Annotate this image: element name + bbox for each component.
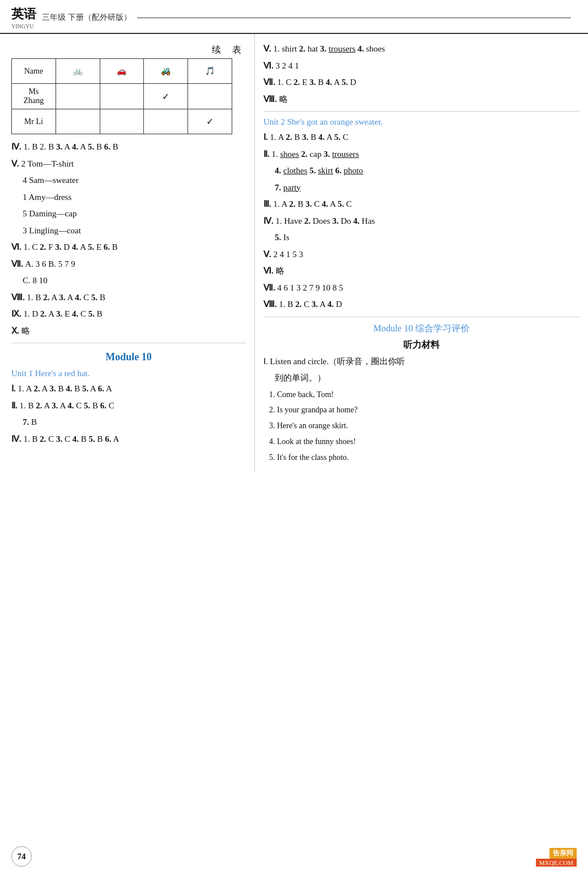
col-name: Name bbox=[12, 59, 56, 84]
roman-vi: Ⅵ. bbox=[11, 242, 24, 251]
cell-car-2 bbox=[100, 109, 144, 134]
answer-table: Name 🚲 🚗 🚜 🎵 bbox=[11, 58, 232, 134]
unit1-i-text: 1. A 2. A 3. B 4. B 5. A 6. A bbox=[18, 384, 112, 393]
listen-item-2-text: 2. Is your grandpa at home? bbox=[269, 406, 357, 414]
answer-v-4-text: 5 Daming—cap bbox=[23, 209, 76, 218]
roman-vii: Ⅶ. bbox=[11, 259, 25, 268]
cell-name-2: Mr Li bbox=[12, 109, 56, 134]
unit2-i: Ⅰ. 1. A 2. B 3. B 4. A 5. C bbox=[263, 130, 580, 145]
right-vii-text: 1. C 2. E 3. B 4. A 5. D bbox=[278, 78, 356, 87]
cell-tractor-2 bbox=[144, 109, 188, 134]
answer-iv-text: 1. B 2. B 3. A 4. A 5. B 6. B bbox=[24, 142, 118, 151]
answer-vii-text: A. 3 6 B. 5 7 9 bbox=[25, 259, 75, 268]
table-header-row: Name 🚲 🚗 🚜 🎵 bbox=[12, 59, 232, 84]
unit1-ii-text: 1. B 2. A 3. A 4. C 5. B 6. C bbox=[20, 401, 114, 410]
unit2-iii: Ⅲ. 1. A 2. B 3. C 4. A 5. C bbox=[263, 197, 580, 212]
roman-v-u2: Ⅴ. bbox=[263, 250, 274, 259]
cell-tractor-1: ✓ bbox=[144, 84, 188, 109]
answer-viii-text: 1. B 2. A 3. A 4. C 5. B bbox=[27, 293, 105, 302]
answer-v-text: 2 Tom—T-shirt bbox=[22, 159, 74, 168]
unit2-ii-2: 4. clothes 5. skirt 6. photo bbox=[275, 164, 580, 178]
answer-v-3-text: 1 Amy—dress bbox=[23, 193, 71, 202]
xu-biao-label: 续 表 bbox=[11, 44, 246, 56]
answer-v-3: 1 Amy—dress bbox=[23, 190, 246, 205]
unit2-iv-2: 5. Is bbox=[275, 231, 580, 245]
answer-v: Ⅴ. 2 Tom—T-shirt bbox=[11, 157, 246, 172]
unit1-ii-2-text: 7. B bbox=[23, 417, 37, 427]
page-header: 英语 YINGYU 三年级 下册（配外研版） bbox=[0, 0, 588, 34]
col-car: 🚗 bbox=[100, 59, 144, 84]
right-roman-vii: Ⅶ. bbox=[263, 78, 278, 87]
unit2-ii-text: 1. shoes 2. cap 3. trousers bbox=[272, 150, 359, 159]
header-divider bbox=[137, 18, 572, 18]
watermark-logo: 告亲同 MXQE.COM bbox=[536, 848, 577, 867]
page-footer: 74 告亲同 MXQE.COM bbox=[0, 843, 588, 870]
unit1-i: Ⅰ. 1. A 2. A 3. B 4. B 5. A 6. A bbox=[11, 382, 246, 396]
unit2-ii-3-text: 7. party bbox=[275, 183, 301, 192]
listen-intro-text: Ⅰ. Listen and circle.（听录音，圈出你听 bbox=[263, 357, 405, 366]
right-roman-vi: Ⅵ. bbox=[263, 61, 276, 70]
roman-viii-u2: Ⅷ. bbox=[263, 300, 279, 309]
divider-right-2 bbox=[263, 317, 580, 317]
listen-item-2: 2. Is your grandpa at home? bbox=[269, 403, 580, 417]
main-content: 续 表 Name 🚲 🚗 🚜 bbox=[0, 34, 588, 472]
unit1-iv: Ⅳ. 1. B 2. C 3. C 4. B 5. B 6. A bbox=[11, 432, 246, 447]
roman-i-u2: Ⅰ. bbox=[263, 133, 270, 142]
listen-item-3: 3. Here's an orange skirt. bbox=[269, 419, 580, 433]
answer-viii: Ⅷ. 1. B 2. A 3. A 4. C 5. B bbox=[11, 291, 246, 305]
answer-v-5-text: 3 Lingling—coat bbox=[23, 226, 81, 235]
roman-i-u1: Ⅰ. bbox=[11, 384, 18, 393]
roman-vi-u2: Ⅵ. bbox=[263, 266, 276, 275]
header-subtitle: 三年级 下册（配外研版） bbox=[42, 12, 131, 23]
table-row: MsZhang ✓ bbox=[12, 84, 232, 109]
right-vii: Ⅶ. 1. C 2. E 3. B 4. A 5. D bbox=[263, 75, 580, 90]
unit2-viii: Ⅷ. 1. B 2. C 3. A 4. D bbox=[263, 297, 580, 312]
unit2-vi: Ⅵ. 略 bbox=[263, 264, 580, 279]
col-bike: 🚲 bbox=[56, 59, 100, 84]
listen-intro-2: 到的单词。） bbox=[275, 371, 580, 386]
header-title-cn: 英语 bbox=[11, 6, 36, 23]
unit2-viii-text: 1. B 2. C 3. A 4. D bbox=[279, 300, 342, 309]
unit2-i-text: 1. A 2. B 3. B 4. A 5. C bbox=[270, 133, 348, 142]
listen-item-4-text: 4. Look at the funny shoes! bbox=[269, 437, 356, 446]
cell-bike-1 bbox=[56, 84, 100, 109]
music-icon: 🎵 bbox=[205, 67, 215, 75]
col-tractor: 🚜 bbox=[144, 59, 188, 84]
header-left: 英语 YINGYU bbox=[11, 6, 42, 29]
roman-iv-u1: Ⅳ. bbox=[11, 434, 24, 443]
listen-item-4: 4. Look at the funny shoes! bbox=[269, 435, 580, 449]
unit2-v-text: 2 4 1 5 3 bbox=[274, 250, 304, 259]
page-number: 74 bbox=[11, 846, 32, 867]
answer-x: Ⅹ. 略 bbox=[11, 324, 246, 339]
roman-v: Ⅴ. bbox=[11, 159, 22, 168]
unit2-iv-2-text: 5. Is bbox=[275, 233, 289, 242]
unit2-vii: Ⅶ. 4 6 1 3 2 7 9 10 8 5 bbox=[263, 281, 580, 296]
right-roman-v: Ⅴ. bbox=[263, 44, 274, 53]
car-icon: 🚗 bbox=[117, 67, 126, 75]
roman-iv-u2: Ⅳ. bbox=[263, 216, 276, 225]
unit2-v: Ⅴ. 2 4 1 5 3 bbox=[263, 248, 580, 262]
module10-title: Module 10 bbox=[11, 351, 246, 363]
listen-intro-2-text: 到的单词。） bbox=[275, 373, 326, 382]
listen-title: 听力材料 bbox=[263, 339, 580, 351]
answer-v-5: 3 Lingling—coat bbox=[23, 224, 246, 238]
divider-right-1 bbox=[263, 111, 580, 112]
answer-vii-2: C. 8 10 bbox=[23, 274, 246, 288]
unit1-iv-text: 1. B 2. C 3. C 4. B 5. B 6. A bbox=[24, 434, 120, 443]
answer-v-2-text: 4 Sam—sweater bbox=[23, 176, 79, 185]
unit1-title: Unit 1 Here's a red hat. bbox=[11, 369, 246, 378]
cell-music-2: ✓ bbox=[188, 109, 232, 134]
unit2-vi-text: 略 bbox=[276, 266, 284, 275]
unit1-ii: Ⅱ. 1. B 2. A 3. A 4. C 5. B 6. C bbox=[11, 399, 246, 413]
answer-ix: Ⅸ. 1. D 2. A 3. E 4. C 5. B bbox=[11, 307, 246, 322]
listen-item-5: 5. It's for the class photo. bbox=[269, 451, 580, 464]
right-viii: Ⅷ. 略 bbox=[263, 92, 580, 107]
right-roman-viii: Ⅷ. bbox=[263, 95, 279, 104]
watermark-bottom: MXQE.COM bbox=[536, 859, 577, 867]
right-v-text: 1. shirt 2. hat 3. trousers 4. shoes bbox=[274, 44, 385, 53]
listen-item-1: 1. Come back, Tom! bbox=[269, 388, 580, 402]
module10-eval-title: Module 10 综合学习评价 bbox=[263, 323, 580, 335]
unit2-ii: Ⅱ. 1. shoes 2. cap 3. trousers bbox=[263, 147, 580, 162]
left-column: 续 表 Name 🚲 🚗 🚜 bbox=[0, 34, 255, 472]
unit2-iii-text: 1. A 2. B 3. C 4. A 5. C bbox=[274, 199, 352, 208]
